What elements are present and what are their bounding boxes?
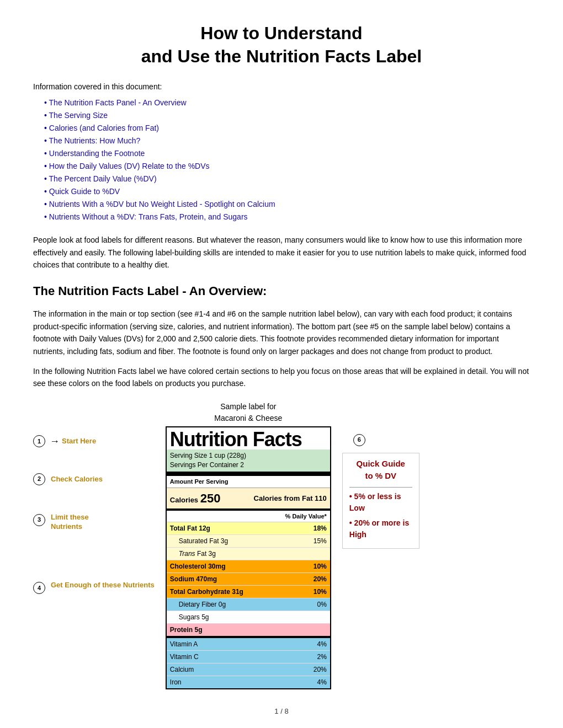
page-title: How to Understand and Use the Nutrition … [33,22,530,68]
quick-guide-title: Quick Guideto % DV [349,458,412,483]
overview-paragraph-2: In the following Nutrition Facts label w… [33,365,530,390]
list-item[interactable]: The Percent Daily Value (%DV) [44,173,530,185]
annotation-3: 3 Limit theseNutrients [33,513,155,532]
sample-label-title: Sample label for Macaroni & Cheese [214,401,282,424]
annotation-3-text: Limit theseNutrients [51,513,89,532]
annotation-1-text: Start Here [62,437,96,446]
toc-link-3[interactable]: Calories (and Calories from Fat) [49,124,159,132]
toc-link-10[interactable]: Nutrients Without a %DV: Trans Fats, Pro… [49,212,248,221]
list-item[interactable]: Calories (and Calories from Fat) [44,122,530,134]
table-of-contents: The Nutrition Facts Panel - An Overview … [44,97,530,223]
toc-link-4[interactable]: The Nutrients: How Much? [49,136,141,145]
circle-3: 3 [33,514,45,526]
nutrient-cholesterol: Cholesterol 30mg10% [167,560,330,573]
circle-6: 6 [353,434,365,446]
toc-link-8[interactable]: Quick Guide to %DV [49,187,120,196]
quick-guide-divider [349,487,412,488]
nutrient-trans-fat: Trans Fat 3g [167,548,330,560]
list-item[interactable]: The Nutrients: How Much? [44,135,530,147]
nutrient-sugars: Sugars 5g [167,611,330,624]
nutrient-protein: Protein 5g [167,624,330,638]
toc-link-1[interactable]: The Nutrition Facts Panel - An Overview [49,98,187,107]
list-item[interactable]: How the Daily Values (DV) Relate to the … [44,160,530,172]
iron: Iron4% [167,676,330,688]
toc-link-2[interactable]: The Serving Size [49,111,108,120]
nf-calories-row: Calories 250 Calories from Fat 110 [167,488,330,508]
quick-guide-item-high: 20% or more is High [349,517,412,540]
nutrient-sodium: Sodium 470mg20% [167,573,330,586]
page-number: 1 / 8 [33,706,530,717]
overview-heading: The Nutrition Facts Label - An Overview: [33,282,530,300]
list-item[interactable]: Nutrients Without a %DV: Trans Fats, Pro… [44,211,530,223]
nutrition-label: Nutrition Facts Serving Size 1 cup (228g… [166,426,331,690]
list-item[interactable]: The Nutrition Facts Panel - An Overview [44,97,530,109]
nf-daily-header: % Daily Value* [167,511,330,523]
label-diagram-area: 1 → Start Here 2 Check Calories 3 Limit … [33,401,530,690]
circle-1: 1 [33,435,45,447]
list-item[interactable]: Understanding the Footnote [44,148,530,159]
quick-guide-box: Quick Guideto % DV 5% or less is Low 20%… [342,453,419,549]
annotation-4: 4 Get Enough of these Nutrients [33,581,155,594]
intro-label: Information covered in this document: [33,81,530,93]
nf-title: Nutrition Facts [167,427,330,449]
vitamin-a: Vitamin A4% [167,638,330,651]
circle-2: 2 [33,473,45,485]
circle-4: 4 [33,582,45,594]
intro-paragraph: People look at food labels for different… [33,234,530,271]
toc-link-7[interactable]: The Percent Daily Value (%DV) [49,174,157,183]
nf-serving: Serving Size 1 cup (228g) Servings Per C… [167,449,330,472]
annotation-1: 1 → Start Here [33,434,155,449]
arrow-1: → [50,434,60,449]
overview-paragraph-1: The information in the main or top secti… [33,308,530,357]
nutrient-carbs: Total Carbohydrate 31g10% [167,586,330,598]
nutrition-label-container: Sample label for Macaroni & Cheese Nutri… [166,401,331,690]
nutrient-sat-fat: Saturated Fat 3g15% [167,535,330,548]
vitamin-c: Vitamin C2% [167,651,330,663]
toc-link-6[interactable]: How the Daily Values (DV) Relate to the … [49,162,210,170]
quick-guide-item-low: 5% or less is Low [349,491,412,514]
nf-amount-per: Amount Per Serving [167,476,330,488]
toc-link-9[interactable]: Nutrients With a %DV but No Weight Liste… [49,200,275,208]
annotation-4-text: Get Enough of these Nutrients [51,581,155,590]
toc-link-5[interactable]: Understanding the Footnote [49,149,145,158]
nutrient-total-fat: Total Fat 12g18% [167,522,330,535]
annotation-2-text: Check Calories [51,475,103,484]
nf-thick-bar [167,472,330,476]
calcium: Calcium20% [167,663,330,676]
list-item[interactable]: Nutrients With a %DV but No Weight Liste… [44,199,530,210]
list-item[interactable]: The Serving Size [44,110,530,121]
nutrient-fiber: Dietary Fiber 0g0% [167,598,330,611]
annotation-2: 2 Check Calories [33,473,155,485]
list-item[interactable]: Quick Guide to %DV [44,186,530,197]
left-annotations: 1 → Start Here 2 Check Calories 3 Limit … [33,401,155,595]
right-side: 6 Quick Guideto % DV 5% or less is Low 2… [342,401,419,549]
